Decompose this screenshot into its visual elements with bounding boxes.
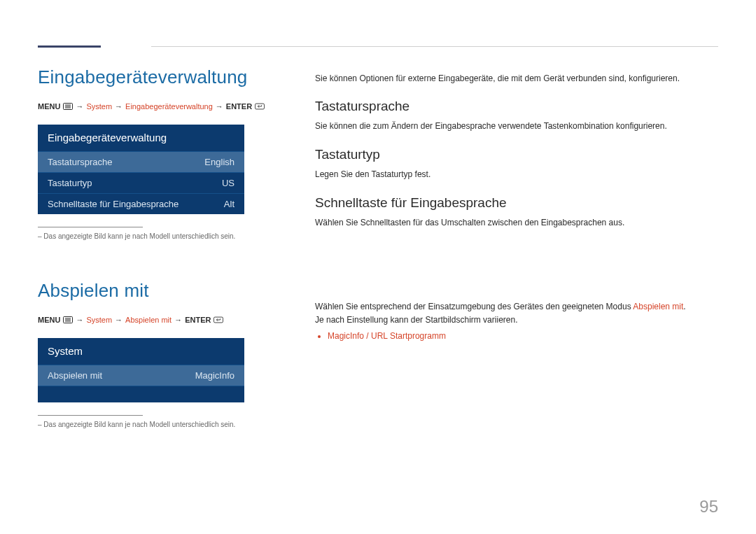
breadcrumb-1: MENU → System → Eingabegeräteverwaltung …	[38, 102, 280, 111]
body-tastatursprache: Sie können die zum Ändern der Eingabespr…	[315, 120, 718, 133]
crumb-system: System	[86, 102, 112, 111]
page-content: Eingabegeräteverwaltung MENU → System → …	[0, 0, 756, 430]
crumb-enter-label: ENTER	[185, 316, 211, 324]
menu-panel-1: Eingabegeräteverwaltung Tastatursprache …	[38, 125, 244, 214]
menu-row-schnelltaste[interactable]: Schnelltaste für Eingabesprache Alt	[38, 193, 244, 214]
menu-spacer	[38, 386, 244, 402]
enter-icon	[255, 103, 265, 111]
section-title-1: Eingabegeräteverwaltung	[38, 66, 280, 88]
bullet-magicinfo: MagicInfo / URL Startprogramm	[328, 331, 718, 341]
menu-row-value: MagicInfo	[195, 370, 234, 381]
menu-row-tastatursprache[interactable]: Tastatursprache English	[38, 151, 244, 172]
section-title-2: Abspielen mit	[38, 280, 280, 302]
section-eingabegeraete: Eingabegeräteverwaltung MENU → System → …	[38, 66, 280, 241]
right-block-abspielen: Wählen Sie entsprechend der Einsatzumgeb…	[315, 300, 718, 341]
enter-icon	[214, 316, 223, 324]
note-text-1: Das angezeigte Bild kann je nach Modell …	[38, 232, 280, 241]
note-divider	[38, 415, 143, 416]
menu-row-tastaturtyp[interactable]: Tastaturtyp US	[38, 172, 244, 193]
crumb-arrow: →	[76, 316, 83, 324]
crumb-arrow: →	[76, 102, 83, 111]
note-text-2: Das angezeigte Bild kann je nach Modell …	[38, 420, 280, 430]
subheading-tastaturtyp: Tastaturtyp	[315, 147, 718, 162]
line1-accent: Abspielen mit	[633, 302, 683, 311]
menu-row-abspielen[interactable]: Abspielen mit MagicInfo	[38, 365, 244, 386]
crumb-enter-label: ENTER	[226, 102, 252, 111]
crumb-arrow: →	[115, 316, 122, 324]
menu-row-label: Schnelltaste für Eingabesprache	[48, 199, 178, 209]
menu-row-value: US	[222, 178, 234, 188]
menu-icon	[63, 103, 73, 111]
menu-row-label: Tastaturtyp	[48, 178, 92, 188]
right-column: Sie können Optionen für externe Eingabeg…	[315, 66, 718, 430]
body-schnelltaste: Wählen Sie Schnelltasten für das Umschal…	[315, 216, 718, 230]
header-divider	[151, 46, 718, 47]
crumb-arrow: →	[174, 316, 182, 324]
crumb-menu-label: MENU	[38, 102, 60, 111]
subheading-schnelltaste: Schnelltaste für Eingabesprache	[315, 195, 718, 211]
menu-row-label: Tastatursprache	[48, 157, 113, 167]
abspielen-bullet-list: MagicInfo / URL Startprogramm	[315, 331, 718, 341]
abspielen-line1: Wählen Sie entsprechend der Einsatzumgeb…	[315, 300, 718, 314]
crumb-current: Abspielen mit	[125, 316, 172, 324]
left-column: Eingabegeräteverwaltung MENU → System → …	[38, 66, 280, 430]
crumb-arrow: →	[216, 102, 223, 111]
menu-panel-2: System Abspielen mit MagicInfo	[38, 338, 244, 402]
abspielen-line2: Je nach Einstellung kann der Startbildsc…	[315, 314, 718, 327]
header-accent-bar	[38, 45, 101, 48]
menu-panel-1-header: Eingabegeräteverwaltung	[38, 125, 244, 151]
crumb-system: System	[86, 316, 112, 324]
note-divider	[38, 227, 143, 227]
menu-panel-2-header: System	[38, 338, 244, 365]
line1-pre: Wählen Sie entsprechend der Einsatzumgeb…	[315, 302, 633, 311]
menu-row-value: English	[204, 157, 234, 167]
page-number: 95	[699, 497, 718, 517]
crumb-arrow: →	[115, 102, 122, 111]
crumb-current: Eingabegeräteverwaltung	[125, 102, 213, 111]
section-abspielen: Abspielen mit MENU → System → Abspielen …	[38, 280, 280, 430]
menu-row-label: Abspielen mit	[48, 370, 102, 381]
intro-text: Sie können Optionen für externe Eingabeg…	[315, 72, 718, 85]
menu-row-value: Alt	[224, 199, 234, 209]
menu-icon	[63, 316, 73, 324]
breadcrumb-2: MENU → System → Abspielen mit → ENTER	[38, 316, 280, 324]
body-tastaturtyp: Legen Sie den Tastaturtyp fest.	[315, 168, 718, 181]
subheading-tastatursprache: Tastatursprache	[315, 99, 718, 114]
crumb-menu-label: MENU	[38, 316, 60, 324]
line1-post: .	[683, 302, 685, 311]
